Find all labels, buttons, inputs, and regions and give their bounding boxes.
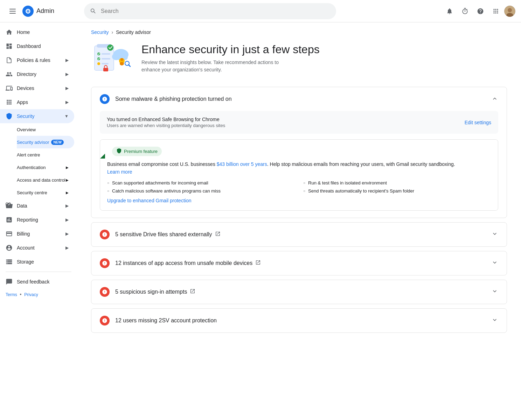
directory-icon [6, 71, 13, 78]
sidebar-item-security-advisor[interactable]: Security advisor NEW [17, 136, 74, 148]
feature-2-text: Catch malicious software antivirus progr… [112, 188, 221, 194]
feedback-label: Send feedback [17, 279, 49, 285]
feature-3: ○ Run & test files in isolated environme… [303, 180, 491, 186]
malware-status-icon [100, 94, 110, 104]
sidebar-item-feedback[interactable]: Send feedback [0, 275, 74, 289]
sidebar-item-alert-centre[interactable]: Alert centre [17, 148, 74, 161]
upgrade-link[interactable]: Upgrade to enhanced Gmail protection [107, 198, 191, 203]
premium-desc-link[interactable]: $43 billion over 5 years [217, 161, 267, 167]
sidebar-label-storage: Storage [17, 259, 34, 265]
drive-title: 5 sensitive Drive files shared externall… [115, 231, 483, 238]
google-logo [22, 6, 34, 17]
learn-more-link[interactable]: Learn more [107, 169, 132, 175]
mobile-title: 12 instances of app access from unsafe m… [115, 260, 483, 267]
billing-chevron: ▶ [65, 231, 69, 236]
info-card-sub: Users are warned when visiting potential… [107, 123, 225, 128]
access-data-label: Access and data control [17, 177, 65, 183]
sidebar-label-dashboard: Dashboard [17, 43, 41, 49]
sidebar-item-devices[interactable]: Devices ▶ [0, 81, 74, 95]
sidebar-item-data[interactable]: Data ▶ [0, 199, 74, 213]
premium-badge-icon [116, 148, 122, 155]
sidebar-item-security-centre[interactable]: Security centre ▶ [17, 186, 74, 199]
drive-chevron [491, 230, 498, 238]
security-item-drive: 5 sensitive Drive files shared externall… [91, 222, 507, 247]
security-item-signin: 5 suspicious sign-in attempts [91, 280, 507, 304]
sidebar-item-storage[interactable]: Storage [0, 255, 74, 269]
policies-chevron: ▶ [65, 58, 69, 63]
sidebar-item-access-data[interactable]: Access and data control ▶ [17, 174, 74, 186]
premium-badge: Premium feature [112, 147, 162, 156]
premium-card: Premium feature Business email compromis… [100, 139, 498, 211]
drive-header[interactable]: 5 sensitive Drive files shared externall… [91, 223, 507, 246]
sidebar-label-directory: Directory [17, 71, 36, 77]
billing-icon [6, 230, 13, 237]
premium-badge-text: Premium feature [124, 149, 158, 154]
terms-link[interactable]: Terms [6, 292, 17, 297]
security-centre-label: Security centre [17, 190, 47, 195]
sidebar-item-account[interactable]: Account ▶ [0, 241, 74, 255]
2sv-chevron [491, 316, 498, 324]
sidebar-label-apps: Apps [17, 99, 28, 105]
feature-4: ○ Send threats automatically to recipien… [303, 188, 491, 194]
svg-line-22 [128, 65, 130, 66]
app-layout: Home Dashboard Policies & rules ▶ Direct… [0, 22, 521, 420]
sidebar-item-authentication[interactable]: Authentication ▶ [17, 161, 74, 174]
apps-grid-button[interactable] [489, 4, 503, 18]
new-badge: NEW [51, 140, 63, 145]
signin-header[interactable]: 5 suspicious sign-in attempts [91, 280, 507, 304]
edit-settings-link[interactable]: Edit settings [465, 120, 491, 125]
footer-separator: • [20, 292, 22, 297]
premium-features: ○ Scan supported attachments for incomin… [107, 180, 491, 194]
breadcrumb-security[interactable]: Security [91, 29, 109, 35]
mobile-external-icon [255, 260, 261, 267]
mobile-header[interactable]: 12 instances of app access from unsafe m… [91, 251, 507, 275]
premium-desc-pre: Business email compromise cost U.S. busi… [107, 161, 217, 167]
security-item-2sv: 12 users missing 2SV account protection [91, 308, 507, 333]
sidebar-item-security[interactable]: Security ▼ [0, 109, 74, 123]
user-avatar[interactable] [504, 6, 515, 17]
sidebar-label-billing: Billing [17, 231, 30, 237]
sidebar-item-home[interactable]: Home [0, 25, 74, 39]
topbar-left: Admin [6, 4, 76, 18]
timer-button[interactable] [458, 4, 472, 18]
signin-status-icon [100, 287, 110, 297]
main-content: Security › Security advisor [77, 22, 521, 420]
search-input[interactable] [84, 3, 336, 19]
overview-label: Overview [17, 127, 36, 132]
security-item-malware: Some malware & phishing protection turne… [91, 87, 507, 218]
hero-illustration [91, 41, 133, 76]
svg-point-24 [107, 44, 113, 51]
svg-rect-10 [102, 53, 110, 55]
sec-centre-chevron: ▶ [66, 191, 69, 195]
account-icon [6, 244, 13, 251]
notifications-button[interactable] [443, 4, 457, 18]
sidebar-item-reporting[interactable]: Reporting ▶ [0, 213, 74, 227]
home-icon [6, 29, 13, 36]
sidebar-item-dashboard[interactable]: Dashboard [0, 39, 74, 53]
feature-1-text: Scan supported attachments for incoming … [112, 180, 208, 186]
premium-description: Business email compromise cost U.S. busi… [107, 160, 491, 176]
enhanced-browsing-card: You turned on Enhanced Safe Browsing for… [100, 111, 498, 134]
sidebar-item-overview[interactable]: Overview [17, 123, 74, 136]
sidebar-item-policies[interactable]: Policies & rules ▶ [0, 53, 74, 67]
hero-title: Enhance security in just a few steps [141, 43, 320, 56]
breadcrumb-separator: › [112, 29, 113, 35]
mobile-status-icon [100, 258, 110, 268]
mobile-chevron [491, 259, 498, 267]
sidebar-item-directory[interactable]: Directory ▶ [0, 67, 74, 81]
apps-icon [6, 99, 13, 106]
svg-point-16 [112, 53, 120, 60]
malware-header[interactable]: Some malware & phishing protection turne… [91, 87, 507, 111]
svg-rect-1 [9, 11, 16, 12]
feature-1: ○ Scan supported attachments for incomin… [107, 180, 295, 186]
sidebar-footer: Terms • Privacy [0, 289, 77, 300]
sidebar-label-security: Security [17, 113, 35, 119]
sidebar-item-billing[interactable]: Billing ▶ [0, 227, 74, 241]
help-button[interactable] [473, 4, 487, 18]
privacy-link[interactable]: Privacy [24, 292, 38, 297]
feature-4-text: Send threats automatically to recipient'… [308, 188, 414, 194]
feature-2: ○ Catch malicious software antivirus pro… [107, 188, 295, 194]
hamburger-button[interactable] [6, 4, 20, 18]
sidebar-item-apps[interactable]: Apps ▶ [0, 95, 74, 109]
2sv-header[interactable]: 12 users missing 2SV account protection [91, 309, 507, 332]
